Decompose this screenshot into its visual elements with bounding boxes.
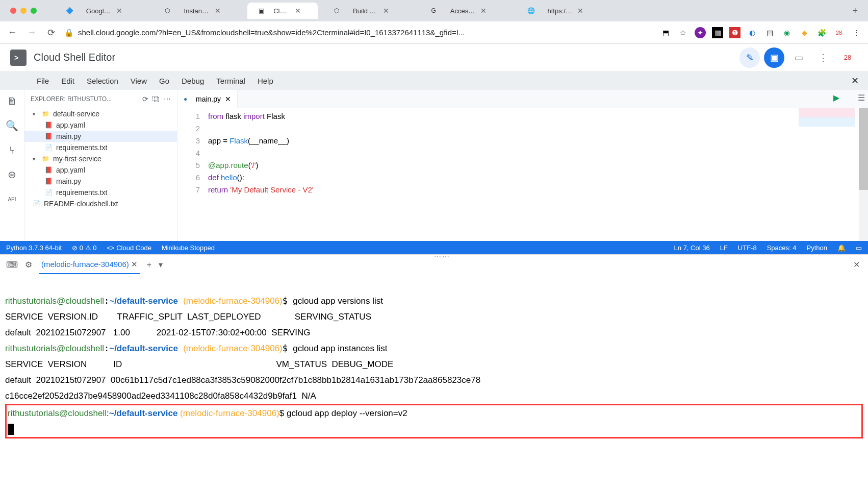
search-icon[interactable]: 🔍 bbox=[5, 118, 19, 133]
add-terminal-icon[interactable]: + bbox=[147, 260, 151, 270]
edit-button[interactable]: ✎ bbox=[739, 47, 760, 68]
explorer-icon[interactable]: 🗎 bbox=[5, 94, 19, 108]
code-line[interactable] bbox=[208, 123, 868, 135]
status-layout-icon[interactable]: ▭ bbox=[856, 244, 862, 252]
editor-tab-mainpy[interactable]: ● main.py ✕ bbox=[177, 90, 238, 108]
menu-debug[interactable]: Debug bbox=[175, 75, 210, 87]
close-panel-icon[interactable]: ✕ bbox=[853, 260, 860, 270]
file-item[interactable]: 📄requirements.txt bbox=[24, 142, 177, 153]
terminal[interactable]: rithustutorials@cloudshell:~/default-ser… bbox=[0, 275, 868, 457]
menu-view[interactable]: View bbox=[124, 75, 153, 87]
ext-5[interactable]: ▤ bbox=[764, 27, 775, 38]
extensions-icon[interactable]: 🧩 bbox=[816, 27, 827, 38]
browser-tab[interactable]: ⬡Instances – App Engi✕ bbox=[148, 3, 247, 19]
lock-icon: 🔒 bbox=[64, 28, 74, 37]
terminal-tab[interactable]: (melodic-furnace-304906)✕ bbox=[39, 256, 140, 274]
terminal-button[interactable]: ▣ bbox=[764, 47, 784, 68]
close-editor-icon[interactable]: ✕ bbox=[851, 75, 859, 86]
folder-item[interactable]: ▾📁my-first-service bbox=[24, 153, 177, 164]
close-tab-icon[interactable]: ✕ bbox=[214, 7, 241, 15]
minimize-window[interactable] bbox=[20, 8, 27, 14]
maximize-window[interactable] bbox=[31, 8, 37, 14]
menu-file[interactable]: File bbox=[31, 75, 55, 87]
close-tab-icon[interactable]: ✕ bbox=[294, 7, 312, 15]
code-line[interactable]: app = Flask(__name__) bbox=[208, 135, 868, 147]
file-item[interactable]: 📕app.yaml bbox=[24, 164, 177, 176]
status-encoding[interactable]: UTF-8 bbox=[738, 244, 757, 252]
menu-go[interactable]: Go bbox=[153, 75, 175, 87]
close-tab-icon[interactable]: ✕ bbox=[225, 95, 231, 103]
minimap[interactable] bbox=[799, 108, 855, 139]
status-eol[interactable]: LF bbox=[720, 244, 728, 252]
file-item[interactable]: 📕app.yaml bbox=[24, 119, 177, 131]
run-icon[interactable]: ▶ bbox=[833, 93, 839, 103]
main-area: 🗎 🔍 ⑂ ⊛ API EXPLORER: RITHUSTUTO... ⟳ ⿻ … bbox=[0, 90, 868, 241]
code-line[interactable]: def hello(): bbox=[208, 172, 868, 184]
status-spaces[interactable]: Spaces: 4 bbox=[767, 244, 797, 252]
more-button[interactable]: ⋮ bbox=[813, 47, 833, 68]
menu-help[interactable]: Help bbox=[251, 75, 279, 87]
ext-3[interactable]: ❶ bbox=[729, 27, 741, 38]
refresh-icon[interactable]: ⟳ bbox=[142, 95, 148, 103]
browser-tab[interactable]: ▣Cloud Shell✕ bbox=[247, 3, 318, 19]
source-control-icon[interactable]: ⑂ bbox=[5, 143, 19, 157]
keyboard-icon[interactable]: ⌨ bbox=[6, 260, 18, 270]
outline-icon[interactable]: ☰ bbox=[858, 93, 865, 103]
new-tab-button[interactable]: + bbox=[846, 2, 864, 20]
code-line[interactable]: return 'My Default Service - V2' bbox=[208, 184, 868, 196]
collapse-icon[interactable]: ⿻ bbox=[152, 95, 160, 103]
terminal-dropdown-icon[interactable]: ▾ bbox=[159, 260, 163, 270]
drag-handle[interactable]: ⋯⋯ bbox=[434, 253, 450, 261]
browser-tab[interactable]: GAccess to bucket sta✕ bbox=[415, 3, 513, 19]
status-cursor[interactable]: Ln 7, Col 36 bbox=[674, 244, 710, 252]
close-tab-icon[interactable]: ✕ bbox=[382, 7, 409, 15]
status-bell-icon[interactable]: 🔔 bbox=[837, 244, 846, 252]
bookmark-icon[interactable]: ☆ bbox=[677, 27, 688, 38]
browser-tab[interactable]: 🔷Google Certified Ass✕ bbox=[51, 3, 148, 19]
status-lang[interactable]: Python bbox=[807, 244, 827, 252]
status-cloudcode[interactable]: <> Cloud Code bbox=[107, 244, 151, 252]
back-button[interactable]: ← bbox=[6, 27, 18, 38]
settings-icon[interactable]: ⚙ bbox=[25, 260, 32, 270]
ext-4[interactable]: ◐ bbox=[747, 27, 758, 38]
close-tab-icon[interactable]: ✕ bbox=[479, 7, 506, 15]
ext-badge[interactable]: 28 bbox=[833, 27, 845, 38]
close-window[interactable] bbox=[10, 8, 16, 14]
browser-menu[interactable]: ⋮ bbox=[851, 27, 862, 38]
forward-button[interactable]: → bbox=[25, 27, 38, 38]
close-tab-icon[interactable]: ✕ bbox=[576, 7, 603, 15]
menu-terminal[interactable]: Terminal bbox=[210, 75, 251, 87]
install-icon[interactable]: ⬒ bbox=[660, 27, 671, 38]
code-area[interactable]: 1234567 from flask import Flask app = Fl… bbox=[177, 108, 868, 241]
debug-icon[interactable]: ⊛ bbox=[5, 167, 19, 182]
editor-scrollbar[interactable] bbox=[859, 108, 868, 241]
code-line[interactable]: from flask import Flask bbox=[208, 110, 868, 123]
file-item[interactable]: 📄README-cloudshell.txt bbox=[24, 198, 177, 209]
status-python[interactable]: Python 3.7.3 64-bit bbox=[6, 244, 62, 252]
ext-6[interactable]: ◉ bbox=[781, 27, 793, 38]
file-item[interactable]: 📕main.py bbox=[24, 131, 177, 142]
menu-edit[interactable]: Edit bbox=[55, 75, 81, 87]
code-line[interactable]: @app.route('/') bbox=[208, 159, 868, 172]
menu-selection[interactable]: Selection bbox=[81, 75, 124, 87]
ext-1[interactable]: ✦ bbox=[695, 27, 706, 38]
browser-tab[interactable]: ⬡Build details – Cloud✕ bbox=[318, 3, 415, 19]
ext-2[interactable]: ▦ bbox=[712, 27, 723, 38]
more-icon[interactable]: ⋯ bbox=[164, 95, 171, 103]
status-problems[interactable]: ⊘ 0 ⚠ 0 bbox=[72, 244, 96, 252]
preview-button[interactable]: ▭ bbox=[788, 47, 809, 68]
ext-7[interactable]: ◆ bbox=[799, 27, 810, 38]
browser-tab[interactable]: 🌐https://melodic-furna✕ bbox=[513, 3, 609, 19]
reload-button[interactable]: ⟳ bbox=[45, 27, 57, 38]
close-terminal-tab[interactable]: ✕ bbox=[131, 260, 138, 269]
url-bar[interactable]: 🔒 shell.cloud.google.com/?hl=en_US&fromc… bbox=[64, 28, 653, 37]
favicon-icon: ⬡ bbox=[324, 7, 349, 15]
api-icon[interactable]: API bbox=[5, 192, 19, 206]
code-line[interactable] bbox=[208, 147, 868, 159]
folder-item[interactable]: ▾📁default-service bbox=[24, 108, 177, 119]
file-item[interactable]: 📕main.py bbox=[24, 176, 177, 187]
minutes-badge: 28 bbox=[837, 47, 858, 68]
close-tab-icon[interactable]: ✕ bbox=[115, 7, 142, 15]
file-item[interactable]: 📄requirements.txt bbox=[24, 187, 177, 198]
status-minikube[interactable]: Minikube Stopped bbox=[162, 244, 215, 252]
